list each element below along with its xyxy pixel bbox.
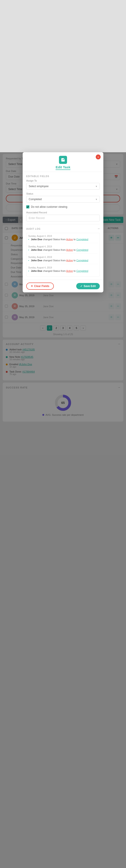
status-label: Status (26, 192, 100, 195)
close-button[interactable]: × (96, 154, 101, 159)
audit-entry-3: Sunday, August 4, 2019 John Doe changed … (28, 256, 98, 264)
audit-entry-2: Sunday, August 4, 2019 John Doe changed … (28, 245, 98, 254)
audit-log-collapse-button[interactable]: − (98, 227, 100, 230)
status-group: Status Completed Active Pending Cancelle… (26, 192, 100, 203)
audit-text-2: John Doe changed Status from Active to C… (28, 249, 98, 251)
audit-log-scroll[interactable]: Sunday, August 4, 2019 John Doe changed … (26, 233, 100, 277)
assign-to-group: Assign To Select employee ▼ (26, 179, 100, 190)
task-icon (59, 156, 67, 164)
audit-log-header: AUDIT LOG − (26, 227, 100, 230)
assign-to-label: Assign To (26, 179, 100, 182)
audit-date-3: Sunday, August 4, 2019 (28, 256, 98, 258)
audit-date-1: Sunday, August 4, 2019 (28, 235, 98, 237)
associated-record-group: Associated Record (26, 211, 100, 221)
audit-date-2: Sunday, August 4, 2019 (28, 245, 98, 248)
audit-log-label: AUDIT LOG (26, 228, 41, 230)
associated-record-input[interactable] (26, 215, 100, 221)
assign-to-select[interactable]: Select employee (26, 183, 100, 190)
status-wrapper: Completed Active Pending Cancelled ▼ (26, 196, 100, 203)
modal-body: EDITABLE FIELDS Assign To Select employe… (23, 172, 103, 280)
save-edit-button[interactable]: ✓ Save Edit (76, 283, 100, 289)
no-customer-view-label: Do not allow customer viewing (31, 205, 67, 209)
modal-title: Edit Task (26, 165, 100, 169)
audit-text-1: John Doe changed Status from Active to C… (28, 238, 98, 241)
audit-entry-4: Sunday, August 4, 2019 John Doe changed … (28, 267, 98, 275)
assign-to-wrapper: Select employee ▼ (26, 183, 100, 190)
audit-entry-1: Sunday, August 4, 2019 John Doe changed … (28, 235, 98, 243)
no-customer-view-checkbox[interactable] (26, 205, 29, 209)
audit-date-4: Sunday, August 4, 2019 (28, 267, 98, 269)
audit-text-4: John Doe changed Status from Active to C… (28, 270, 98, 272)
check-icon: ✓ (80, 284, 82, 288)
editable-fields-label: EDITABLE FIELDS (26, 175, 100, 178)
associated-record-label: Associated Record (26, 211, 100, 214)
clear-fields-button[interactable]: ✕ Clear Fields (26, 283, 54, 290)
checkbox-row: Do not allow customer viewing (26, 205, 100, 209)
clear-icon: ✕ (31, 284, 33, 288)
status-select[interactable]: Completed Active Pending Cancelled (26, 196, 100, 203)
audit-text-3: John Doe changed Status from Active to C… (28, 259, 98, 262)
edit-task-modal: Edit Task × EDITABLE FIELDS Assign To Se… (23, 152, 103, 292)
modal-footer: ✕ Clear Fields ✓ Save Edit (23, 280, 103, 292)
modal-header: Edit Task × (23, 152, 103, 172)
